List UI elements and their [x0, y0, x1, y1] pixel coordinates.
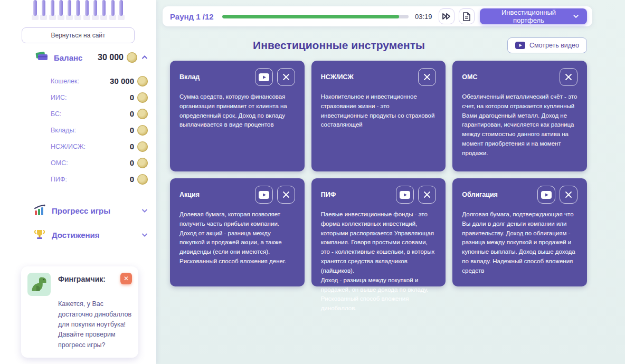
bar-chart-icon — [33, 204, 46, 217]
binding-ring-icon — [41, 0, 46, 20]
youtube-icon — [259, 73, 269, 81]
back-to-site-button[interactable]: Вернуться на сайт — [22, 27, 135, 43]
card-text: Накопительное и инвестиционное страхован… — [321, 92, 437, 130]
binding-ring-icon — [110, 0, 115, 20]
round-label: Раунд 1 /12 — [170, 12, 214, 21]
card-close-button[interactable] — [277, 186, 295, 204]
card-title: Акция — [179, 191, 200, 198]
coin-icon — [137, 125, 148, 136]
coin-icon — [137, 174, 148, 185]
report-document-button[interactable] — [459, 8, 475, 24]
binding-ring-icon — [59, 0, 63, 20]
wallet-item-label: Кошелек: — [51, 78, 79, 85]
dino-avatar — [27, 273, 51, 296]
wallet-list: Кошелек: 30 000 ИИС: 0 БС: 0 Вклады: 0 Н… — [51, 73, 148, 187]
page-title: Инвестиционные инструменты — [170, 39, 508, 52]
card-text: Паевые инвестиционные фонды - это форма … — [321, 210, 437, 313]
card-text: Сумма средств, которую финансовая органи… — [179, 92, 295, 130]
wallet-item-label: Вклады: — [51, 127, 76, 134]
card-video-button[interactable] — [255, 186, 273, 204]
chevron-down-icon[interactable] — [141, 207, 148, 214]
round-progress-bar — [222, 15, 409, 18]
binding-ring-icon — [67, 0, 72, 20]
binding-ring-icon — [93, 0, 98, 20]
chevron-down-icon — [573, 14, 579, 18]
close-icon — [423, 73, 431, 81]
binding-ring-icon — [75, 0, 80, 20]
instrument-card: Вклад Сумма средств, которую финансовая … — [170, 61, 305, 171]
coin-icon — [137, 141, 148, 152]
wallet-item: ИИС: 0 — [51, 89, 148, 106]
card-close-button[interactable] — [560, 186, 577, 204]
chevron-down-icon[interactable] — [141, 232, 148, 238]
coin-icon — [137, 76, 148, 87]
youtube-icon — [259, 191, 269, 199]
card-title: НСЖ/ИСЖ — [321, 73, 354, 81]
coin-icon — [137, 92, 148, 103]
card-video-button[interactable] — [396, 186, 414, 204]
round-timer: 03:19 — [415, 13, 434, 21]
wallet-item: ОМС: 0 — [51, 155, 148, 171]
card-text: Долговая бумага, подтверждающая что Вы д… — [462, 210, 577, 276]
close-icon — [282, 191, 290, 198]
youtube-icon — [515, 42, 525, 49]
close-icon — [565, 73, 572, 81]
instrument-card: НСЖ/ИСЖ Накопительное и инвестиционное с… — [311, 61, 446, 171]
wallet-item-value: 30 000 — [110, 76, 134, 85]
sidebar-item-game-progress[interactable]: Прогресс игры — [33, 203, 148, 218]
fast-forward-icon — [442, 13, 451, 20]
watch-video-button[interactable]: Смотреть видео — [507, 37, 587, 53]
bank-cards-icon — [35, 51, 49, 64]
card-close-button[interactable] — [560, 68, 577, 86]
wallet-item-label: ПИФ: — [51, 176, 67, 183]
balance-value: 30 000 — [98, 53, 124, 62]
card-text: Обезличенный металлический счёт - это сч… — [462, 92, 577, 158]
instrument-card: ПИФ Паевые инвестиционные фонды - это фо… — [311, 178, 446, 286]
card-close-button[interactable] — [277, 68, 295, 86]
wallet-item: НСЖ/ИСЖ: 0 — [51, 138, 148, 155]
card-title: ОМС — [462, 73, 477, 81]
wallet-item: БС: 0 — [51, 106, 148, 122]
close-icon[interactable]: ✕ — [120, 273, 132, 284]
instrument-card: ОМС Обезличенный металлический счёт - эт… — [452, 61, 587, 171]
instrument-card: Облигация Долговая бумага, подтверждающа… — [452, 178, 587, 286]
youtube-icon — [541, 191, 552, 199]
binding-ring-icon — [50, 0, 55, 20]
wallet-item-value: 0 — [130, 126, 134, 135]
binding-ring-icon — [84, 0, 89, 20]
card-close-button[interactable] — [418, 186, 436, 204]
wallet-item-value: 0 — [130, 158, 134, 167]
wallet-item: Вклады: 0 — [51, 122, 148, 138]
fast-forward-button[interactable] — [439, 8, 454, 24]
portfolio-button-label: Инвестиционный портфель — [488, 8, 569, 24]
card-title: ПИФ — [321, 191, 336, 198]
card-video-button[interactable] — [255, 68, 273, 86]
sidebar-item-label: Прогресс игры — [52, 206, 110, 215]
card-title: Облигация — [462, 191, 498, 198]
coin-icon — [127, 52, 137, 63]
wallet-item-label: ОМС: — [51, 159, 68, 167]
chevron-up-icon[interactable] — [141, 54, 148, 61]
card-text: Долевая бумага, которая позволяет получи… — [179, 210, 295, 266]
balance-row[interactable]: Баланс 30 000 — [35, 51, 148, 64]
binding-ring-icon — [119, 0, 124, 20]
wallet-item-label: ИИС: — [51, 94, 67, 101]
investment-portfolio-button[interactable]: Инвестиционный портфель — [480, 8, 587, 24]
notebook-binding-rings — [0, 0, 156, 21]
balance-label: Баланс — [54, 53, 82, 62]
coin-icon — [137, 158, 148, 168]
sidebar: Вернуться на сайт Баланс 30 000 Кошелек:… — [0, 0, 156, 364]
watch-video-label: Смотреть видео — [529, 42, 579, 49]
wallet-item-label: НСЖ/ИСЖ: — [51, 143, 86, 150]
card-close-button[interactable] — [418, 68, 436, 86]
coin-icon — [137, 109, 148, 119]
wallet-item: Кошелек: 30 000 — [51, 73, 148, 89]
wallet-item-label: БС: — [51, 110, 62, 118]
wallet-item-value: 0 — [130, 142, 134, 151]
trophy-icon — [33, 228, 46, 242]
sidebar-item-achievements[interactable]: Достижения — [33, 227, 148, 242]
close-icon — [565, 191, 572, 198]
binding-ring-icon — [33, 0, 37, 20]
topbar: Раунд 1 /12 03:19 Инвестиционный портфел… — [163, 6, 592, 26]
card-video-button[interactable] — [537, 186, 555, 204]
